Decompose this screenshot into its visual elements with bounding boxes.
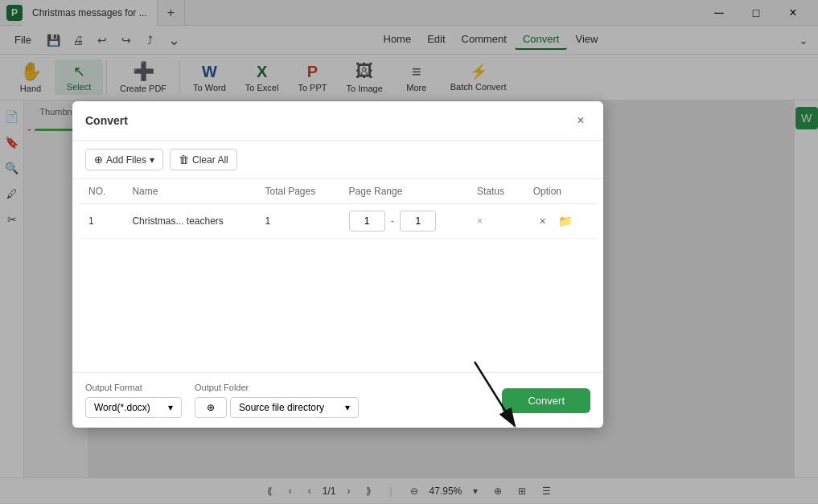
col-page-range: Page Range <box>339 179 467 204</box>
output-format-select[interactable]: Word(*.docx) ▾ <box>85 397 182 418</box>
clear-all-btn[interactable]: 🗑 Clear All <box>170 149 237 170</box>
clear-icon: 🗑 <box>179 154 189 166</box>
output-folder-select[interactable]: Source file directory ▾ <box>230 397 359 418</box>
output-folder-label: Output Folder <box>195 383 359 392</box>
clear-all-label: Clear All <box>192 154 228 166</box>
modal-footer: Output Format Word(*.docx) ▾ Output Fold… <box>72 372 603 428</box>
add-files-label: Add Files <box>106 154 146 166</box>
folder-options-btn[interactable]: ⊕ <box>195 397 227 418</box>
add-files-btn[interactable]: ⊕ Add Files ▾ <box>85 149 163 170</box>
output-folder-select-wrapper: ⊕ Source file directory ▾ <box>195 397 359 418</box>
range-dash: - <box>388 215 397 227</box>
row-option: × 📁 <box>524 204 597 239</box>
col-status: Status <box>467 179 524 204</box>
format-dropdown-icon: ▾ <box>168 402 173 413</box>
modal-close-btn[interactable]: × <box>571 111 590 130</box>
status-icon: × <box>477 215 483 227</box>
format-value: Word(*.docx) <box>94 402 150 413</box>
col-no: NO. <box>79 179 122 204</box>
col-total-pages: Total Pages <box>255 179 339 204</box>
files-table: NO. Name Total Pages Page Range Status O… <box>79 179 597 239</box>
modal-table-container: NO. Name Total Pages Page Range Status O… <box>72 179 603 372</box>
add-files-icon: ⊕ <box>94 154 103 166</box>
range-start-input[interactable] <box>349 211 385 232</box>
table-row: 1 Christmas... teachers 1 - × <box>79 204 597 239</box>
output-folder-section: Output Folder ⊕ Source file directory ▾ <box>195 383 359 418</box>
modal-header: Convert × <box>72 101 603 141</box>
modal-toolbar: ⊕ Add Files ▾ 🗑 Clear All <box>72 141 603 179</box>
row-no: 1 <box>79 204 122 239</box>
row-total-pages: 1 <box>255 204 339 239</box>
folder-dropdown-icon: ▾ <box>345 402 350 413</box>
output-format-label: Output Format <box>85 383 182 392</box>
output-format-section: Output Format Word(*.docx) ▾ <box>85 383 182 418</box>
row-name: Christmas... teachers <box>122 204 255 239</box>
open-folder-btn[interactable]: 📁 <box>556 211 575 231</box>
row-status: × <box>467 204 524 239</box>
col-name: Name <box>122 179 255 204</box>
remove-row-btn[interactable]: × <box>533 211 553 231</box>
row-page-range: - <box>339 204 467 239</box>
add-files-dropdown-icon: ▾ <box>150 154 154 166</box>
col-option: Option <box>524 179 597 204</box>
range-end-input[interactable] <box>400 211 436 232</box>
output-format-select-wrapper: Word(*.docx) ▾ <box>85 397 182 418</box>
modal-overlay: Convert × ⊕ Add Files ▾ 🗑 Clear All NO. … <box>0 0 818 504</box>
folder-value: Source file directory <box>239 402 324 413</box>
convert-modal: Convert × ⊕ Add Files ▾ 🗑 Clear All NO. … <box>72 101 603 428</box>
modal-title: Convert <box>85 114 128 127</box>
convert-submit-btn[interactable]: Convert <box>502 388 590 413</box>
table-header-row: NO. Name Total Pages Page Range Status O… <box>79 179 597 204</box>
